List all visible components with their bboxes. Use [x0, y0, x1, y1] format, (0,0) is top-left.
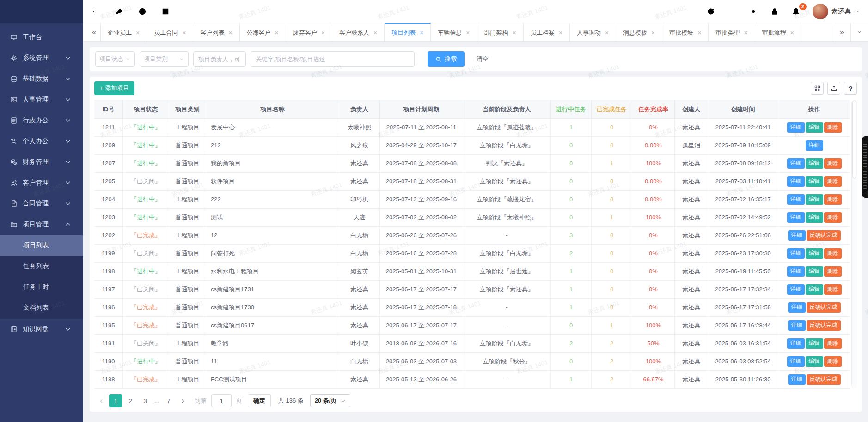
detail-button[interactable]: 详细 — [788, 320, 806, 330]
table-scrollbar-thumb[interactable] — [852, 101, 856, 178]
tab-item[interactable]: 审批类型× — [709, 23, 755, 41]
detail-button[interactable]: 详细 — [787, 284, 805, 294]
detail-button[interactable]: 详细 — [788, 374, 806, 384]
keyword-input[interactable] — [251, 51, 415, 67]
layout-panel-icon[interactable] — [161, 7, 170, 16]
page-size-select[interactable]: 20 条/页 — [310, 394, 351, 407]
detail-button[interactable]: 详细 — [787, 158, 805, 168]
sidebar-item-hr[interactable]: 人事管理 — [0, 89, 83, 110]
table-scrollbar[interactable] — [851, 100, 857, 388]
delete-button[interactable]: 删除 — [824, 158, 842, 168]
delete-button[interactable]: 删除 — [824, 356, 842, 366]
tab-item[interactable]: 客户联系人× — [332, 23, 385, 41]
tab-close-icon[interactable]: × — [136, 29, 140, 36]
clear-filters-link[interactable]: 清空 — [477, 55, 489, 63]
language-globe-icon[interactable] — [138, 7, 147, 16]
page-button-7[interactable]: 7 — [162, 394, 175, 407]
unconfirm-button[interactable]: 反确认完成 — [807, 374, 841, 384]
page-button-3[interactable]: 3 — [139, 394, 152, 407]
tabs-scroll-left-button[interactable]: « — [83, 23, 101, 41]
refresh-icon[interactable] — [706, 7, 715, 16]
tab-item[interactable]: 废弃客户× — [286, 23, 332, 41]
sidebar-subitem-task-hours[interactable]: 任务工时 — [0, 277, 83, 297]
search-button[interactable]: 搜索 — [428, 51, 465, 67]
detail-button[interactable]: 详细 — [787, 194, 805, 204]
user-menu[interactable]: 素还真 — [813, 4, 860, 19]
sidebar-item-workbench[interactable]: 工作台 — [0, 27, 83, 48]
delete-button[interactable]: 删除 — [824, 122, 842, 132]
tabs-dropdown-button[interactable] — [850, 23, 868, 41]
clear-cache-brush-icon[interactable] — [115, 7, 124, 16]
tab-item[interactable]: 企业员工× — [101, 23, 147, 41]
tab-item[interactable]: 消息模板× — [616, 23, 662, 41]
collapse-menu-icon[interactable] — [92, 7, 101, 16]
tab-item[interactable]: 部门架构× — [477, 23, 524, 41]
settings-gear-icon[interactable] — [749, 7, 758, 16]
add-project-button[interactable]: + 添加项目 — [94, 81, 134, 95]
sidebar-item-personal-office[interactable]: 个人办公 — [0, 131, 83, 151]
delete-button[interactable]: 删除 — [824, 194, 842, 204]
detail-button[interactable]: 详细 — [787, 248, 805, 258]
column-settings-button[interactable] — [811, 82, 824, 95]
tab-item[interactable]: 人事调动× — [570, 23, 616, 41]
project-category-select[interactable]: 项目类别 — [140, 51, 189, 67]
tab-item[interactable]: 员工档案× — [524, 23, 570, 41]
tab-close-icon[interactable]: × — [790, 29, 794, 36]
tab-item[interactable]: 公海客户× — [240, 23, 286, 41]
edit-button[interactable]: 编辑 — [806, 266, 823, 276]
tab-close-icon[interactable]: × — [559, 29, 562, 36]
notifications-bell-icon[interactable]: 2 — [791, 7, 801, 16]
detail-button[interactable]: 详细 — [787, 122, 805, 132]
page-button-1[interactable]: 1 — [109, 394, 122, 407]
tab-item[interactable]: 审批流程× — [755, 23, 801, 41]
unconfirm-button[interactable]: 反确认完成 — [807, 320, 841, 330]
tab-close-icon[interactable]: × — [466, 29, 470, 36]
edit-button[interactable]: 编辑 — [806, 338, 823, 348]
delete-button[interactable]: 删除 — [824, 176, 842, 186]
export-button[interactable] — [827, 82, 840, 95]
sidebar-subitem-task-list[interactable]: 任务列表 — [0, 256, 83, 277]
edit-button[interactable]: 编辑 — [806, 356, 823, 366]
tab-close-icon[interactable]: × — [228, 29, 232, 36]
sidebar-item-system[interactable]: 系统管理 — [0, 48, 83, 68]
tab-item[interactable]: 审批模块× — [662, 23, 709, 41]
tab-close-icon[interactable]: × — [182, 29, 186, 36]
tab-close-icon[interactable]: × — [697, 29, 701, 36]
sidebar-item-finance[interactable]: 财务管理 — [0, 151, 83, 172]
next-page-button[interactable]: › — [177, 394, 189, 407]
detail-button[interactable]: 详细 — [787, 212, 805, 222]
detail-button[interactable]: 详细 — [787, 338, 805, 348]
tab-close-icon[interactable]: × — [513, 29, 516, 36]
detail-button[interactable]: 详细 — [787, 266, 805, 276]
edit-button[interactable]: 编辑 — [806, 212, 823, 222]
unconfirm-button[interactable]: 反确认完成 — [807, 230, 841, 240]
sidebar-item-customer[interactable]: 客户管理 — [0, 172, 83, 193]
page-button-2[interactable]: 2 — [124, 394, 137, 407]
unconfirm-button[interactable]: 反确认完成 — [807, 302, 841, 312]
tab-close-icon[interactable]: × — [651, 29, 655, 36]
delete-button[interactable]: 删除 — [824, 338, 842, 348]
edit-button[interactable]: 编辑 — [806, 158, 823, 168]
side-drag-handle[interactable] — [862, 136, 868, 198]
sidebar-subitem-doc-list[interactable]: 文档列表 — [0, 297, 83, 318]
delete-button[interactable]: 删除 — [824, 266, 842, 276]
delete-button[interactable]: 删除 — [824, 248, 842, 258]
goto-page-input[interactable] — [211, 394, 232, 407]
tab-close-icon[interactable]: × — [605, 29, 609, 36]
tab-item[interactable]: 员工合同× — [147, 23, 193, 41]
edit-button[interactable]: 编辑 — [806, 194, 823, 204]
fullscreen-icon[interactable] — [727, 7, 737, 16]
sidebar-item-admin-office[interactable]: 行政办公 — [0, 110, 83, 131]
sidebar-item-project[interactable]: 项目管理 — [0, 214, 83, 235]
tab-close-icon[interactable]: × — [420, 29, 423, 36]
tab-close-icon[interactable]: × — [373, 29, 377, 36]
delete-button[interactable]: 删除 — [824, 284, 842, 294]
detail-button[interactable]: 详细 — [806, 140, 823, 150]
tabs-scroll-right-button[interactable]: » — [833, 23, 850, 41]
sidebar-subitem-project-list[interactable]: 项目列表 — [0, 235, 83, 256]
detail-button[interactable]: 详细 — [788, 302, 806, 312]
edit-button[interactable]: 编辑 — [806, 176, 823, 186]
sidebar-item-base-data[interactable]: 基础数据 — [0, 68, 83, 89]
tab-close-icon[interactable]: × — [744, 29, 747, 36]
edit-button[interactable]: 编辑 — [806, 122, 823, 132]
